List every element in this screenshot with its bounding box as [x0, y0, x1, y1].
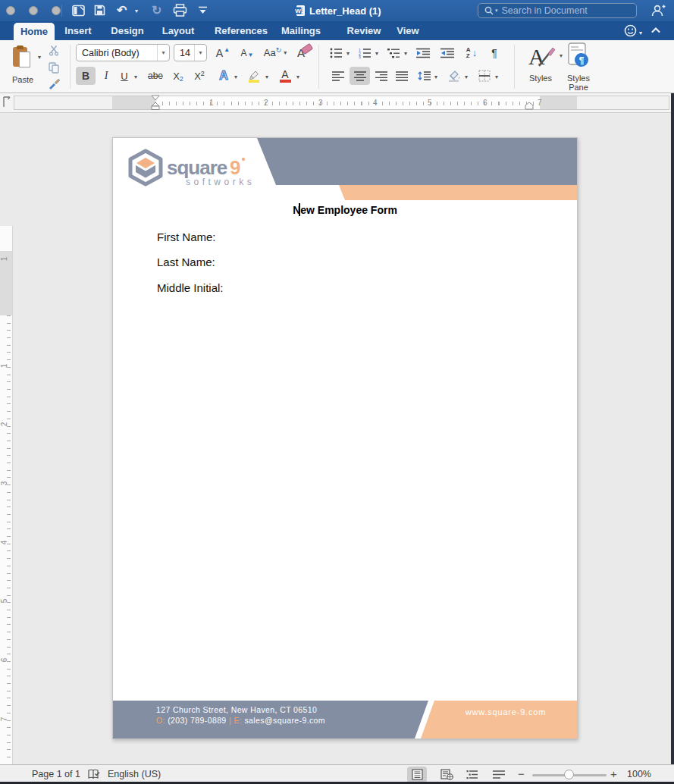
- bold-button[interactable]: B: [76, 67, 96, 85]
- numbering-button[interactable]: 123: [355, 44, 375, 61]
- print-icon[interactable]: [173, 4, 187, 17]
- tab-home[interactable]: Home: [14, 23, 55, 40]
- font-name-dropdown-icon[interactable]: ▾: [157, 45, 169, 61]
- document-workspace[interactable]: 1 1 2 3 4 5 6 7 8 square 9: [0, 113, 674, 764]
- redo-icon[interactable]: ↻: [152, 3, 161, 17]
- undo-dropdown-icon[interactable]: ▾: [135, 8, 138, 14]
- zoom-in-button[interactable]: +: [610, 767, 617, 780]
- cut-button[interactable]: [45, 42, 62, 58]
- font-color-dropdown-icon[interactable]: ▾: [296, 74, 299, 80]
- line-spacing-button[interactable]: [414, 67, 434, 85]
- line-spacing-dropdown-icon[interactable]: ▾: [434, 74, 437, 80]
- tab-view[interactable]: View: [394, 21, 422, 40]
- field-last-name[interactable]: Last Name:: [157, 256, 215, 268]
- shading-dropdown-icon[interactable]: ▾: [465, 74, 468, 80]
- page-count[interactable]: Page 1 of 1: [32, 769, 80, 779]
- borders-dropdown-icon[interactable]: ▾: [495, 74, 498, 80]
- strikethrough-button[interactable]: abe: [144, 67, 167, 85]
- multilevel-dropdown-icon[interactable]: ▾: [404, 50, 407, 57]
- justify-button[interactable]: [393, 67, 411, 85]
- ruler-number: 4: [373, 99, 378, 107]
- subscript-button[interactable]: X2: [168, 67, 188, 85]
- tab-selector-icon[interactable]: [2, 96, 12, 108]
- styles-button[interactable]: A: [523, 42, 558, 71]
- change-case-button[interactable]: Aa↻ ▾: [260, 44, 290, 61]
- shrink-font-button[interactable]: A▼: [236, 44, 259, 61]
- zoom-out-button[interactable]: −: [518, 767, 525, 780]
- bullets-dropdown-icon[interactable]: ▾: [346, 50, 350, 57]
- paste-button[interactable]: [9, 44, 35, 71]
- right-indent-marker[interactable]: [525, 102, 534, 110]
- text-effects-button[interactable]: A: [214, 67, 234, 85]
- italic-button[interactable]: I: [98, 67, 114, 85]
- document-heading[interactable]: New Employee Form: [113, 204, 577, 216]
- align-center-button[interactable]: [350, 67, 370, 85]
- tab-mailings[interactable]: Mailings: [281, 21, 321, 40]
- numbering-dropdown-icon[interactable]: ▾: [375, 50, 378, 57]
- minimize-window-button[interactable]: [29, 6, 38, 15]
- outline-view-button[interactable]: [462, 767, 482, 782]
- align-right-button[interactable]: [372, 67, 390, 85]
- panel-icon[interactable]: [72, 5, 85, 17]
- draft-view-button[interactable]: [489, 767, 509, 782]
- shading-button[interactable]: [444, 67, 464, 85]
- change-case-arrow-icon: ↻: [276, 46, 282, 54]
- bullets-button[interactable]: [326, 44, 346, 61]
- indent-markers[interactable]: [151, 95, 160, 111]
- add-person-icon[interactable]: [650, 4, 666, 17]
- collapse-ribbon-icon[interactable]: [650, 25, 661, 36]
- ruler-number: 6: [0, 658, 8, 663]
- word-window: ↶ ▾ ↻ W Letter_Head (1) ▾ Search in Docu…: [0, 0, 674, 784]
- decrease-indent-button[interactable]: [412, 44, 434, 61]
- borders-button[interactable]: [475, 67, 494, 85]
- close-window-button[interactable]: [6, 6, 15, 15]
- save-icon[interactable]: [94, 5, 105, 16]
- tab-layout[interactable]: Layout: [161, 21, 196, 40]
- smiley-icon[interactable]: [624, 24, 637, 37]
- superscript-button[interactable]: X2: [190, 67, 209, 85]
- change-case-dropdown-icon[interactable]: ▾: [284, 49, 287, 56]
- document-page[interactable]: square 9 softworks New Employee Form Fir…: [112, 137, 578, 739]
- zoom-slider-handle[interactable]: [564, 770, 574, 779]
- underline-button[interactable]: U: [117, 67, 132, 85]
- zoom-window-button[interactable]: [52, 6, 61, 15]
- font-name-select[interactable]: Calibri (Body) ▾: [76, 44, 170, 61]
- font-size-select[interactable]: 14 ▾: [174, 44, 207, 61]
- multilevel-list-button[interactable]: [384, 44, 403, 61]
- tab-review[interactable]: Review: [346, 21, 382, 40]
- highlight-dropdown-icon[interactable]: ▾: [265, 74, 268, 80]
- horizontal-ruler[interactable]: 1 2 3 4 5 6 7: [14, 96, 669, 110]
- paste-dropdown-icon[interactable]: ▾: [38, 54, 41, 61]
- clear-formatting-button[interactable]: A: [293, 42, 316, 62]
- sort-button[interactable]: A Z ↓: [461, 44, 482, 61]
- language-status[interactable]: English (US): [108, 769, 161, 779]
- align-left-button[interactable]: [329, 67, 347, 85]
- undo-icon[interactable]: ↶: [117, 3, 127, 17]
- field-middle-initial[interactable]: Middle Initial:: [157, 281, 224, 294]
- tab-design[interactable]: Design: [110, 21, 145, 40]
- grow-font-button[interactable]: A▲: [212, 44, 234, 61]
- format-painter-button[interactable]: [45, 76, 62, 91]
- web-layout-view-button[interactable]: [437, 767, 456, 782]
- text-effects-dropdown-icon[interactable]: ▾: [234, 74, 237, 80]
- more-commands-icon[interactable]: [198, 6, 208, 14]
- highlight-button[interactable]: [244, 67, 264, 85]
- zoom-percentage[interactable]: 100%: [627, 769, 651, 779]
- spellcheck-icon[interactable]: [88, 769, 101, 780]
- tab-references[interactable]: References: [214, 21, 268, 40]
- vertical-ruler[interactable]: 1 1 2 3 4 5 6 7 8: [0, 226, 13, 784]
- copy-button[interactable]: [45, 60, 62, 75]
- search-scope-chevron-icon[interactable]: ▾: [495, 8, 498, 14]
- underline-dropdown-icon[interactable]: ▾: [134, 74, 137, 80]
- increase-indent-button[interactable]: [437, 44, 458, 61]
- tab-insert[interactable]: Insert: [63, 21, 93, 40]
- styles-pane-button[interactable]: ¶: [566, 41, 591, 70]
- show-marks-button[interactable]: ¶: [485, 44, 503, 61]
- field-first-name[interactable]: First Name:: [157, 230, 216, 243]
- print-layout-view-button[interactable]: [407, 767, 427, 782]
- font-color-button[interactable]: A: [275, 67, 295, 85]
- styles-dropdown-icon[interactable]: ▾: [560, 52, 563, 59]
- search-input[interactable]: ▾ Search in Document: [478, 3, 637, 18]
- smiley-dropdown-icon[interactable]: ▾: [639, 30, 642, 36]
- font-size-dropdown-icon[interactable]: ▾: [194, 45, 206, 61]
